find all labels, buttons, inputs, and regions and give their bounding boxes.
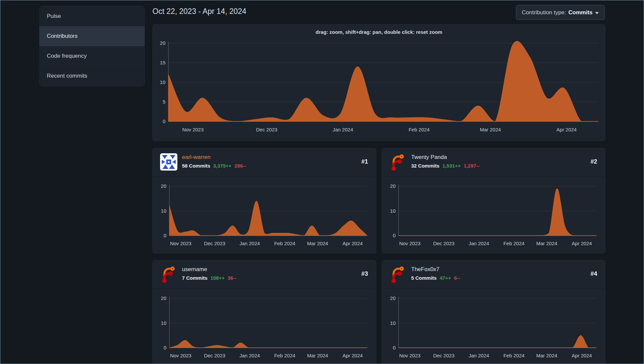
svg-text:20: 20 (390, 183, 396, 189)
svg-text:0: 0 (393, 345, 396, 350)
sidebar-item-code-frequency[interactable]: Code frequency (40, 46, 144, 66)
contributor-name-link[interactable]: username (182, 266, 207, 273)
svg-text:Nov 2023: Nov 2023 (399, 241, 420, 246)
contributor-commits-chart[interactable]: 01020Nov 2023Dec 2023Jan 2024Feb 2024Mar… (153, 177, 376, 254)
deletions-count: 1,297-- (464, 163, 480, 169)
svg-text:20: 20 (161, 183, 166, 189)
svg-text:Jan 2024: Jan 2024 (239, 353, 260, 358)
svg-text:20: 20 (160, 40, 165, 46)
commit-count: 58 Commits (182, 163, 210, 169)
deletions-count: 36-- (228, 275, 236, 281)
contributor-commits-chart[interactable]: 01020Nov 2023Dec 2023Jan 2024Feb 2024Mar… (153, 289, 376, 364)
svg-text:Jan 2024: Jan 2024 (333, 127, 353, 132)
chevron-down-icon (595, 12, 599, 15)
contributor-name-link[interactable]: TheFox0x7 (411, 266, 439, 273)
contributor-card: Twenty Panda 32 Commits 1,531++ 1,297-- … (382, 148, 605, 254)
svg-text:0: 0 (164, 345, 166, 350)
svg-text:0: 0 (393, 233, 396, 238)
contributor-rank-badge: #4 (591, 270, 597, 277)
commit-count: 5 Commits (411, 275, 437, 281)
svg-text:10: 10 (161, 208, 166, 214)
svg-text:Jan 2024: Jan 2024 (469, 353, 489, 358)
svg-text:Dec 2023: Dec 2023 (204, 241, 225, 246)
additions-count: 47++ (440, 275, 451, 281)
overall-commits-chart[interactable]: 05101520Nov 2023Dec 2023Jan 2024Feb 2024… (153, 25, 605, 141)
sidebar-item-recent-commits[interactable]: Recent commits (40, 66, 144, 86)
svg-text:Nov 2023: Nov 2023 (170, 353, 191, 358)
svg-text:0: 0 (164, 233, 166, 238)
svg-text:Jan 2024: Jan 2024 (239, 241, 260, 246)
additions-count: 1,531++ (442, 163, 461, 169)
svg-text:Feb 2024: Feb 2024 (274, 353, 295, 358)
svg-text:Feb 2024: Feb 2024 (274, 241, 295, 246)
svg-text:Mar 2024: Mar 2024 (536, 241, 557, 246)
contribution-type-value: Commits (568, 9, 593, 16)
contributor-card: TheFox0x7 5 Commits 47++ 6-- #4 01020Nov… (382, 260, 605, 364)
svg-text:Dec 2023: Dec 2023 (433, 353, 454, 358)
chart-zoom-hint: drag: zoom, shift+drag: pan, double clic… (153, 29, 605, 35)
svg-text:15: 15 (160, 60, 165, 65)
date-range-title: Oct 22, 2023 - Apr 14, 2024 (152, 7, 246, 16)
svg-text:Dec 2023: Dec 2023 (256, 127, 277, 132)
svg-text:20: 20 (161, 295, 166, 301)
contributors-page: { "header": { "date_range": "Oct 22, 202… (0, 0, 644, 364)
svg-text:10: 10 (390, 320, 396, 326)
contributor-card-header: Twenty Panda 32 Commits 1,531++ 1,297-- … (382, 148, 605, 177)
svg-text:Mar 2024: Mar 2024 (480, 127, 501, 132)
contributor-card: earl-warren 58 Commits 3,375++ 286-- #1 … (152, 148, 376, 254)
svg-text:20: 20 (390, 295, 396, 301)
contributor-rank-badge: #3 (361, 270, 368, 277)
contributor-cards-grid: earl-warren 58 Commits 3,375++ 286-- #1 … (152, 148, 605, 364)
svg-text:Feb 2024: Feb 2024 (504, 241, 524, 246)
contributor-name-link[interactable]: Twenty Panda (411, 154, 447, 161)
contributor-stats: 58 Commits 3,375++ 286-- (182, 163, 246, 169)
deletions-count: 6-- (454, 275, 460, 281)
svg-text:Apr 2024: Apr 2024 (572, 241, 592, 246)
contribution-type-label: Contribution type: (522, 9, 566, 16)
svg-text:5: 5 (163, 99, 165, 105)
additions-count: 108++ (211, 275, 225, 281)
contributor-stats: 32 Commits 1,531++ 1,297-- (411, 163, 480, 169)
svg-text:Mar 2024: Mar 2024 (307, 241, 328, 246)
contributor-rank-badge: #2 (591, 158, 597, 165)
sidebar-item-pulse[interactable]: Pulse (40, 6, 144, 26)
svg-text:Mar 2024: Mar 2024 (307, 353, 328, 358)
contributor-name-link[interactable]: earl-warren (182, 154, 211, 161)
svg-text:Apr 2024: Apr 2024 (556, 127, 577, 132)
contributor-avatar (160, 153, 177, 171)
svg-text:Dec 2023: Dec 2023 (433, 241, 454, 246)
contributor-card: username 7 Commits 108++ 36-- #3 01020No… (152, 260, 376, 364)
contributor-stats: 5 Commits 47++ 6-- (411, 275, 460, 281)
svg-text:Nov 2023: Nov 2023 (170, 241, 191, 246)
svg-text:Mar 2024: Mar 2024 (536, 353, 557, 358)
contributor-avatar (389, 153, 407, 171)
svg-text:Apr 2024: Apr 2024 (342, 353, 363, 358)
contributor-rank-badge: #1 (361, 158, 368, 165)
contributor-card-header: TheFox0x7 5 Commits 47++ 6-- #4 (382, 260, 605, 289)
svg-text:Nov 2023: Nov 2023 (399, 353, 420, 358)
overall-contributions-panel: drag: zoom, shift+drag: pan, double clic… (152, 24, 605, 141)
contributor-avatar (389, 265, 407, 283)
svg-text:10: 10 (160, 79, 165, 85)
contributor-card-header: earl-warren 58 Commits 3,375++ 286-- #1 (153, 148, 376, 177)
contribution-type-dropdown[interactable]: Contribution type: Commits (516, 5, 605, 20)
svg-text:Feb 2024: Feb 2024 (504, 353, 524, 358)
svg-text:Jan 2024: Jan 2024 (469, 241, 489, 246)
sidebar-item-contributors[interactable]: Contributors (40, 26, 144, 46)
svg-text:10: 10 (390, 208, 396, 214)
contributor-commits-chart[interactable]: 01020Nov 2023Dec 2023Jan 2024Feb 2024Mar… (382, 289, 605, 364)
commit-count: 7 Commits (182, 275, 208, 281)
svg-text:Dec 2023: Dec 2023 (204, 353, 225, 358)
deletions-count: 286-- (234, 163, 246, 169)
svg-text:Apr 2024: Apr 2024 (342, 241, 363, 246)
contributor-card-header: username 7 Commits 108++ 36-- #3 (153, 260, 376, 289)
svg-text:10: 10 (161, 320, 166, 326)
contributor-commits-chart[interactable]: 01020Nov 2023Dec 2023Jan 2024Feb 2024Mar… (382, 177, 605, 254)
svg-text:0: 0 (163, 118, 165, 124)
repo-activity-menu: Pulse Contributors Code frequency Recent… (39, 6, 145, 86)
contributor-avatar (160, 265, 177, 283)
contributor-stats: 7 Commits 108++ 36-- (182, 275, 236, 281)
svg-text:Feb 2024: Feb 2024 (409, 127, 429, 132)
svg-text:Apr 2024: Apr 2024 (572, 353, 592, 358)
commit-count: 32 Commits (411, 163, 439, 169)
